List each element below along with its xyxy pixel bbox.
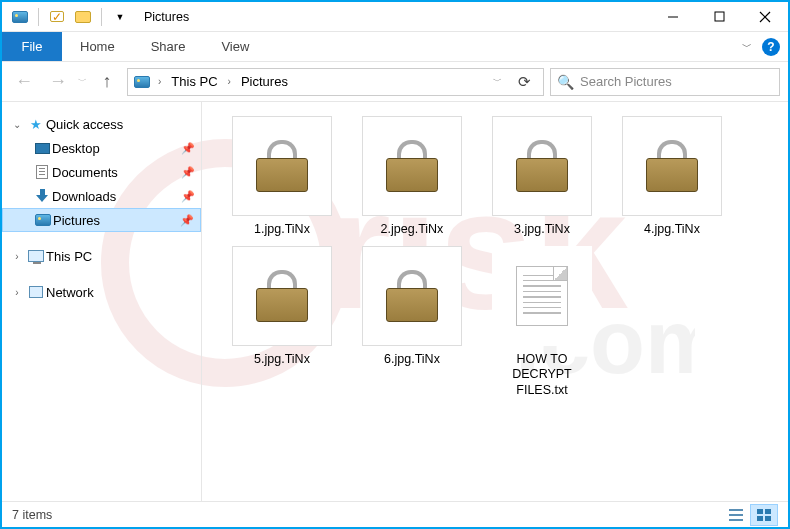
file-item[interactable]: 6.jpg.TiNx	[360, 246, 464, 399]
window-title: Pictures	[144, 10, 650, 24]
tab-home[interactable]: Home	[62, 32, 133, 61]
view-details-button[interactable]	[722, 504, 750, 526]
ribbon-tabs: File Home Share View ﹀ ?	[2, 32, 788, 62]
sidebar-label: Pictures	[53, 213, 180, 228]
details-view-icon	[729, 509, 743, 521]
pictures-icon	[35, 214, 51, 226]
file-name-label: 1.jpg.TiNx	[254, 222, 310, 238]
tab-view[interactable]: View	[203, 32, 267, 61]
search-placeholder: Search Pictures	[580, 74, 672, 89]
file-thumbnail	[492, 246, 592, 346]
file-thumbnail	[622, 116, 722, 216]
file-item[interactable]: 1.jpg.TiNx	[230, 116, 334, 238]
app-icon[interactable]	[8, 6, 32, 28]
maximize-icon	[714, 11, 725, 22]
file-name-label: HOW TO DECRYPT FILES.txt	[512, 352, 572, 399]
file-name-label: 4.jpg.TiNx	[644, 222, 700, 238]
svg-rect-8	[729, 514, 743, 516]
sidebar-item-this-pc[interactable]: › This PC	[2, 244, 201, 268]
address-bar-icon	[132, 74, 152, 90]
divider	[38, 8, 39, 26]
svg-rect-4	[715, 12, 724, 21]
sidebar-item-pictures[interactable]: Pictures 📌	[2, 208, 201, 232]
minimize-button[interactable]	[650, 2, 696, 32]
sidebar-label: This PC	[46, 249, 195, 264]
file-item[interactable]: HOW TO DECRYPT FILES.txt	[490, 246, 594, 399]
nav-forward-button[interactable]: →	[44, 68, 72, 96]
tab-file[interactable]: File	[2, 32, 62, 61]
tab-share[interactable]: Share	[133, 32, 204, 61]
address-bar-dropdown[interactable]: ﹀	[487, 70, 508, 94]
expander-icon[interactable]: ›	[8, 287, 26, 298]
file-name-label: 6.jpg.TiNx	[384, 352, 440, 368]
close-icon	[759, 11, 771, 23]
file-item[interactable]: 3.jpg.TiNx	[490, 116, 594, 238]
nav-up-button[interactable]: ↑	[93, 68, 121, 96]
address-bar[interactable]: › This PC › Pictures ﹀ ⟳	[127, 68, 544, 96]
body: ⌄ ★ Quick access Desktop 📌 Documents 📌 D…	[2, 102, 788, 501]
expander-icon[interactable]: ⌄	[8, 119, 26, 130]
file-thumbnail	[492, 116, 592, 216]
divider	[101, 8, 102, 26]
file-item[interactable]: 2.jpeg.TiNx	[360, 116, 464, 238]
breadcrumb-chevron[interactable]: ›	[224, 70, 235, 94]
file-name-label: 3.jpg.TiNx	[514, 222, 570, 238]
maximize-button[interactable]	[696, 2, 742, 32]
pin-icon: 📌	[181, 190, 195, 203]
file-item[interactable]: 4.jpg.TiNx	[620, 116, 724, 238]
lock-icon	[386, 270, 438, 322]
file-item[interactable]: 5.jpg.TiNx	[230, 246, 334, 399]
svg-rect-9	[729, 519, 743, 521]
nav-history-dropdown[interactable]: ﹀	[78, 75, 87, 88]
refresh-button[interactable]: ⟳	[510, 70, 539, 94]
text-file-icon	[516, 266, 568, 326]
sidebar-label: Documents	[52, 165, 181, 180]
qat-new-folder[interactable]	[71, 6, 95, 28]
close-button[interactable]	[742, 2, 788, 32]
breadcrumb-root-chevron[interactable]: ›	[154, 70, 165, 94]
lock-icon	[256, 140, 308, 192]
svg-rect-12	[757, 516, 763, 521]
view-thumbnails-button[interactable]	[750, 504, 778, 526]
sidebar-item-quick-access[interactable]: ⌄ ★ Quick access	[2, 112, 201, 136]
search-icon: 🔍	[557, 74, 574, 90]
qat-properties[interactable]: ✓	[45, 6, 69, 28]
status-item-count: 7 items	[12, 508, 52, 522]
pc-icon	[28, 250, 44, 262]
minimize-icon	[667, 11, 679, 23]
help-button[interactable]: ?	[762, 38, 780, 56]
network-icon	[29, 286, 43, 298]
window-controls	[650, 2, 788, 32]
file-thumbnail	[232, 116, 332, 216]
lock-icon	[386, 140, 438, 192]
svg-rect-7	[729, 509, 743, 511]
desktop-icon	[35, 143, 50, 154]
file-name-label: 2.jpeg.TiNx	[381, 222, 444, 238]
titlebar: ✓ ▼ Pictures	[2, 2, 788, 32]
ribbon-expand-toggle[interactable]: ﹀	[742, 40, 752, 54]
sidebar-item-documents[interactable]: Documents 📌	[2, 160, 201, 184]
sidebar-item-downloads[interactable]: Downloads 📌	[2, 184, 201, 208]
sidebar-item-desktop[interactable]: Desktop 📌	[2, 136, 201, 160]
breadcrumb-pictures[interactable]: Pictures	[237, 70, 292, 94]
sidebar-label: Quick access	[46, 117, 195, 132]
items-grid: 1.jpg.TiNx2.jpeg.TiNx3.jpg.TiNx4.jpg.TiN…	[202, 116, 788, 399]
svg-rect-11	[765, 509, 771, 514]
document-icon	[36, 165, 48, 179]
qat-customize-dropdown[interactable]: ▼	[108, 6, 132, 28]
file-thumbnail	[362, 246, 462, 346]
search-input[interactable]: 🔍 Search Pictures	[550, 68, 780, 96]
nav-back-button[interactable]: ←	[10, 68, 38, 96]
navigation-bar: ← → ﹀ ↑ › This PC › Pictures ﹀ ⟳ 🔍 Searc…	[2, 62, 788, 102]
thumbnails-view-icon	[757, 509, 771, 521]
sidebar-label: Desktop	[52, 141, 181, 156]
items-view[interactable]: 1.jpg.TiNx2.jpeg.TiNx3.jpg.TiNx4.jpg.TiN…	[202, 102, 788, 501]
file-name-label: 5.jpg.TiNx	[254, 352, 310, 368]
sidebar-item-network[interactable]: › Network	[2, 280, 201, 304]
expander-icon[interactable]: ›	[8, 251, 26, 262]
file-thumbnail	[232, 246, 332, 346]
pin-icon: 📌	[180, 214, 194, 227]
sidebar-label: Downloads	[52, 189, 181, 204]
star-icon: ★	[30, 117, 42, 132]
breadcrumb-this-pc[interactable]: This PC	[167, 70, 221, 94]
